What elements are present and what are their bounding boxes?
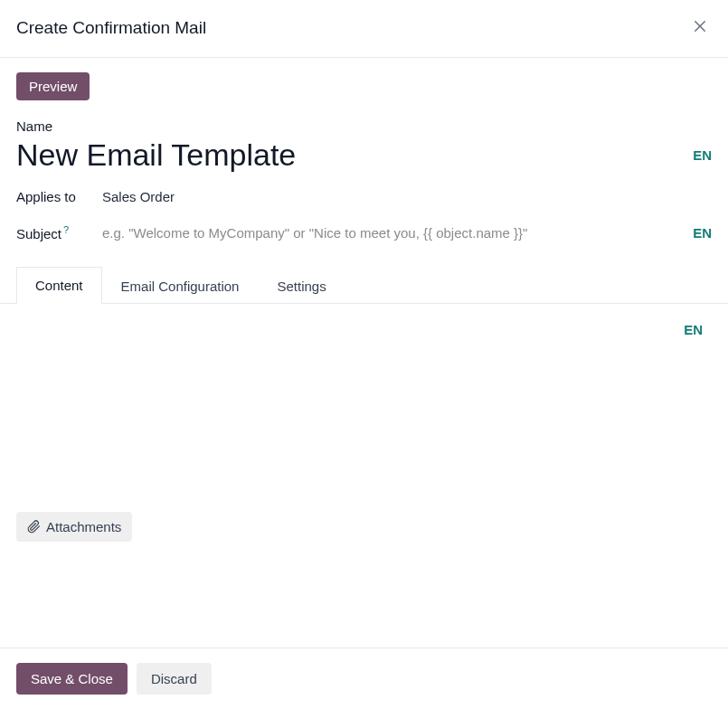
content-lang-badge[interactable]: EN [684, 322, 703, 337]
modal-header: Create Confirmation Mail [0, 0, 728, 58]
discard-button[interactable]: Discard [137, 663, 212, 695]
tab-email-configuration[interactable]: Email Configuration [102, 267, 259, 304]
tab-content[interactable]: Content [16, 267, 102, 304]
subject-label-text: Subject [16, 226, 61, 241]
subject-input-wrap [102, 225, 684, 241]
applies-to-label: Applies to [16, 189, 102, 204]
name-label: Name [16, 118, 712, 134]
close-button[interactable] [688, 14, 712, 41]
modal-title: Create Confirmation Mail [16, 18, 206, 38]
name-row: EN [16, 137, 712, 173]
modal-dialog: Create Confirmation Mail Preview Name EN… [0, 0, 728, 709]
subject-input[interactable] [102, 225, 684, 241]
save-close-button[interactable]: Save & Close [16, 663, 128, 695]
help-icon[interactable]: ? [63, 224, 69, 235]
modal-body: Preview Name EN Applies to Sales Order S… [0, 58, 728, 648]
name-lang-badge[interactable]: EN [684, 147, 712, 163]
applies-to-row: Applies to Sales Order [16, 189, 712, 204]
name-input[interactable] [16, 137, 684, 173]
subject-lang-badge[interactable]: EN [684, 225, 712, 241]
subject-row: Subject? EN [16, 224, 712, 241]
attachments-button[interactable]: Attachments [16, 512, 132, 542]
paperclip-icon [27, 520, 41, 534]
applies-to-value[interactable]: Sales Order [102, 189, 175, 204]
subject-label: Subject? [16, 224, 102, 241]
preview-button[interactable]: Preview [16, 72, 90, 100]
close-icon [692, 18, 708, 34]
tab-settings[interactable]: Settings [258, 267, 345, 304]
content-area[interactable]: EN [16, 304, 712, 503]
modal-footer: Save & Close Discard [0, 648, 728, 709]
tabs: Content Email Configuration Settings [0, 267, 728, 304]
attachments-label: Attachments [46, 519, 121, 534]
